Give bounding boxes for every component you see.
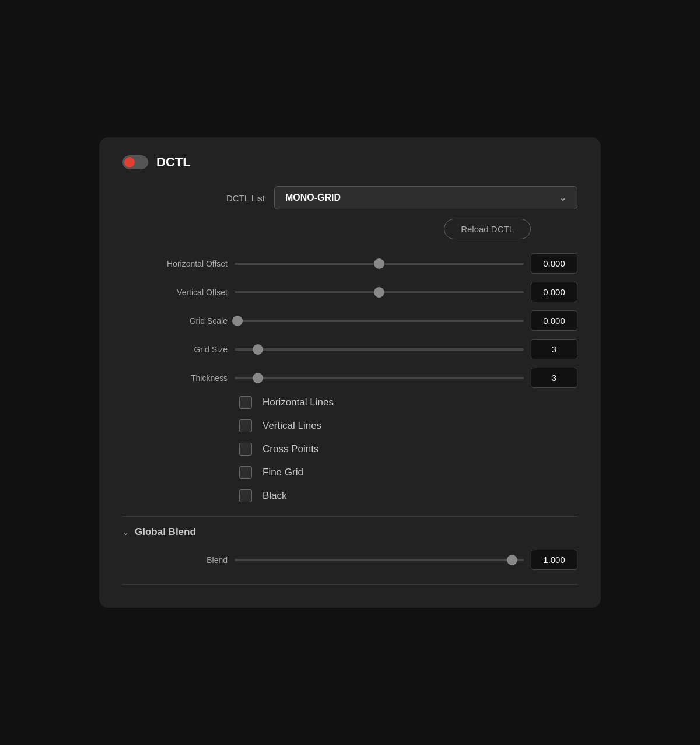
reload-row: Reload DCTL — [123, 219, 578, 239]
horizontal-lines-checkbox[interactable] — [239, 396, 252, 409]
horizontal-offset-track — [235, 263, 524, 265]
grid-scale-track — [235, 320, 524, 322]
vertical-offset-value[interactable]: 0.000 — [531, 282, 578, 302]
black-label: Black — [262, 490, 287, 502]
vertical-lines-checkbox[interactable] — [239, 419, 252, 432]
grid-scale-thumb[interactable] — [232, 316, 243, 326]
horizontal-lines-label: Horizontal Lines — [262, 397, 334, 408]
horizontal-offset-label: Horizontal Offset — [123, 259, 228, 268]
grid-size-label: Grid Size — [123, 345, 228, 354]
dctl-toggle[interactable] — [123, 155, 148, 169]
grid-size-row: Grid Size 3 — [123, 339, 578, 359]
thickness-thumb[interactable] — [253, 373, 263, 383]
vertical-lines-label: Vertical Lines — [262, 420, 321, 432]
grid-scale-value[interactable]: 0.000 — [531, 310, 578, 331]
panel-header: DCTL — [123, 155, 578, 170]
thickness-label: Thickness — [123, 373, 228, 383]
thickness-slider[interactable] — [235, 372, 524, 384]
fine-grid-checkbox[interactable] — [239, 466, 252, 479]
horizontal-offset-row: Horizontal Offset 0.000 — [123, 253, 578, 274]
blend-value[interactable]: 1.000 — [531, 550, 578, 570]
vertical-offset-track — [235, 291, 524, 293]
checkbox-row-cross-points: Cross Points — [239, 443, 578, 456]
toggle-dot — [124, 157, 135, 167]
section-divider — [123, 516, 578, 517]
chevron-down-icon: ⌄ — [559, 193, 566, 202]
checkbox-row-black: Black — [239, 489, 578, 502]
fine-grid-label: Fine Grid — [262, 467, 303, 478]
vertical-offset-label: Vertical Offset — [123, 288, 228, 297]
dctl-list-dropdown[interactable]: MONO-GRID ⌄ — [274, 186, 578, 209]
cross-points-label: Cross Points — [262, 443, 318, 455]
main-panel: DCTL DCTL List MONO-GRID ⌄ Reload DCTL H… — [99, 137, 601, 608]
grid-scale-slider[interactable] — [235, 315, 524, 327]
dctl-list-label: DCTL List — [226, 193, 265, 203]
thickness-row: Thickness 3 — [123, 368, 578, 388]
grid-scale-label: Grid Scale — [123, 316, 228, 326]
blend-slider-row: Blend 1.000 — [123, 550, 578, 570]
bottom-divider — [123, 584, 578, 585]
grid-size-value[interactable]: 3 — [531, 339, 578, 359]
sliders-section: Horizontal Offset 0.000 Vertical Offset … — [123, 253, 578, 388]
grid-size-track — [235, 348, 524, 351]
blend-track — [235, 559, 524, 561]
cross-points-checkbox[interactable] — [239, 443, 252, 456]
horizontal-offset-slider[interactable] — [235, 258, 524, 270]
grid-size-slider[interactable] — [235, 344, 524, 355]
vertical-offset-slider[interactable] — [235, 286, 524, 298]
black-checkbox[interactable] — [239, 489, 252, 502]
dctl-list-row: DCTL List MONO-GRID ⌄ — [123, 186, 578, 209]
checkboxes-section: Horizontal Lines Vertical Lines Cross Po… — [123, 396, 578, 502]
thickness-value[interactable]: 3 — [531, 368, 578, 388]
checkbox-row-vertical-lines: Vertical Lines — [239, 419, 578, 432]
horizontal-offset-thumb[interactable] — [374, 258, 384, 269]
horizontal-offset-value[interactable]: 0.000 — [531, 253, 578, 274]
blend-label: Blend — [123, 555, 228, 565]
thickness-track — [235, 377, 524, 379]
blend-slider[interactable] — [235, 554, 524, 566]
global-blend-title: Global Blend — [135, 526, 196, 538]
vertical-offset-row: Vertical Offset 0.000 — [123, 282, 578, 302]
panel-title: DCTL — [156, 155, 191, 170]
reload-dctl-button[interactable]: Reload DCTL — [444, 219, 531, 239]
blend-thumb[interactable] — [507, 555, 517, 565]
grid-size-thumb[interactable] — [253, 344, 263, 355]
section-chevron-icon: ⌄ — [123, 528, 129, 537]
dctl-dropdown-value: MONO-GRID — [285, 193, 341, 203]
global-blend-header[interactable]: ⌄ Global Blend — [123, 526, 578, 538]
grid-scale-row: Grid Scale 0.000 — [123, 310, 578, 331]
vertical-offset-thumb[interactable] — [374, 287, 384, 298]
checkbox-row-fine-grid: Fine Grid — [239, 466, 578, 479]
checkbox-row-horizontal-lines: Horizontal Lines — [239, 396, 578, 409]
